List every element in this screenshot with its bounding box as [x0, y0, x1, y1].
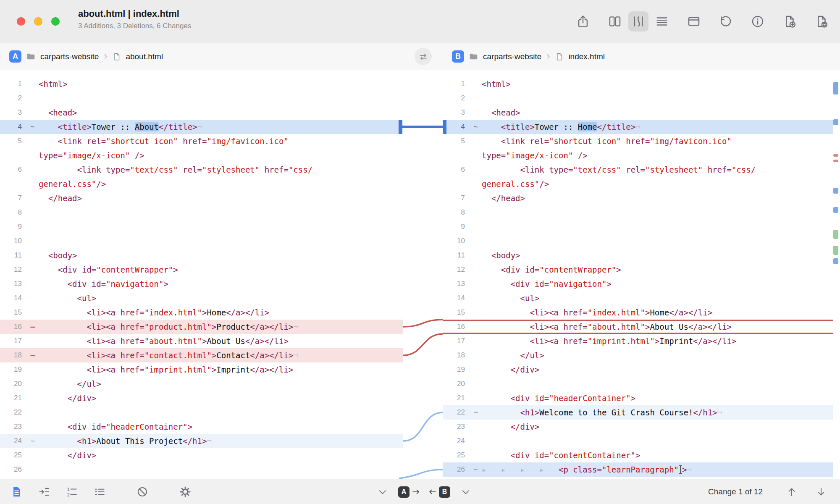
scrollbar-minimap[interactable] — [833, 70, 839, 479]
info-button[interactable] — [748, 11, 768, 32]
previous-change-button[interactable] — [782, 482, 801, 501]
fluid-view-button[interactable] — [628, 11, 648, 32]
code-line[interactable]: type="image/x-icon" /> — [443, 148, 833, 163]
code-line[interactable]: 18– <li><a href="contact.html">Contact</… — [0, 348, 403, 362]
code-line[interactable]: 9 — [0, 220, 403, 234]
code-line[interactable]: 19 <li><a href="imprint.html">Imprint</a… — [0, 362, 403, 377]
code-line[interactable]: 17 <li><a href="imprint.html">Imprint</a… — [443, 334, 833, 348]
code-line[interactable]: 10 — [0, 234, 403, 248]
settings-button[interactable] — [176, 482, 195, 501]
code-text: <div id="contentWrapper"> — [39, 262, 403, 277]
collapse-a-button[interactable] — [373, 482, 392, 501]
change-marker: ~ — [27, 434, 39, 448]
code-line[interactable]: 13 <div id="navigation"> — [443, 277, 833, 291]
code-line[interactable]: type="image/x-icon" /> — [0, 148, 403, 163]
code-line[interactable]: 12 <div id="contentWrapper"> — [443, 262, 833, 277]
code-line[interactable]: 26~▸ ▸ ▸ ▸ <p class="learnParagraph">¬ — [443, 462, 833, 477]
code-line[interactable]: 5 <link rel="shortcut icon" href="img/fa… — [443, 134, 833, 148]
blocks-view-button[interactable] — [605, 11, 625, 32]
code-line[interactable]: 14 <ul> — [443, 291, 833, 305]
code-line[interactable]: 22 — [0, 405, 403, 420]
code-line[interactable]: 18 </ul> — [443, 348, 833, 362]
code-line[interactable]: 4~ <title>Tower :: Home</title>¬ — [443, 120, 833, 134]
breadcrumb-folder-a[interactable]: carparts-website — [40, 52, 99, 61]
compact-list-button[interactable] — [90, 482, 109, 501]
line-number: 17 — [0, 334, 27, 348]
code-line[interactable]: 25 <div id="contentContainer"> — [443, 448, 833, 462]
code-line[interactable]: 7 </head> — [443, 191, 833, 205]
merge-b-to-a-button[interactable]: B — [427, 486, 450, 498]
code-line[interactable]: 12 <div id="contentWrapper"> — [0, 262, 403, 277]
panel-view-button[interactable] — [684, 11, 704, 32]
next-change-button[interactable] — [811, 482, 831, 501]
document-text-button[interactable] — [7, 482, 26, 501]
code-line[interactable]: 13 <div id="navigation"> — [0, 277, 403, 291]
document-add-button[interactable] — [780, 11, 800, 32]
minimize-button[interactable] — [34, 17, 42, 26]
change-marker — [470, 377, 482, 391]
code-line[interactable]: 25 </div> — [0, 448, 403, 462]
history-button[interactable] — [716, 11, 736, 32]
code-line[interactable]: 8 — [443, 205, 833, 220]
pane-b: 1<html>23 <head>4~ <title>Tower :: Home<… — [443, 70, 833, 479]
code-line[interactable]: 16– <li><a href="product.html">Product</… — [0, 320, 403, 334]
code-line[interactable]: 26 — [0, 462, 403, 477]
document-sync-button[interactable] — [811, 11, 832, 32]
close-button[interactable] — [17, 17, 25, 26]
merge-controls: A B — [373, 479, 475, 504]
breadcrumb-folder-b[interactable]: carparts-website — [483, 52, 541, 61]
breadcrumb-file-b[interactable]: index.html — [568, 52, 605, 61]
swap-files-button[interactable] — [415, 48, 432, 65]
code-line[interactable]: 7 </head> — [0, 191, 403, 205]
breadcrumb-file-a[interactable]: about.html — [126, 52, 163, 61]
code-text: <head> — [39, 105, 403, 120]
code-line[interactable]: 24 — [443, 434, 833, 448]
code-line[interactable]: 8 — [0, 205, 403, 220]
code-line[interactable]: 3 <head> — [443, 105, 833, 120]
code-line[interactable]: 1<html> — [0, 77, 403, 91]
code-line[interactable]: 21 </div> — [0, 391, 403, 405]
code-line[interactable]: general.css"/> — [0, 177, 403, 191]
code-line[interactable]: 24~ <h1>About This Project</h1>¬ — [0, 434, 403, 448]
code-line[interactable]: 6 <link type="text/css" rel="stylesheet"… — [0, 163, 403, 177]
chevron-down-icon — [460, 486, 471, 497]
code-line[interactable]: 21 <div id="headerContainer"> — [443, 391, 833, 405]
code-line[interactable]: 14 <ul> — [0, 291, 403, 305]
share-button[interactable] — [573, 11, 593, 32]
code-line[interactable]: 10 — [443, 234, 833, 248]
collapse-b-button[interactable] — [456, 482, 475, 501]
code-line[interactable]: 20 </ul> — [0, 377, 403, 391]
line-number — [443, 148, 470, 163]
unified-view-button[interactable] — [652, 11, 672, 32]
change-marker — [470, 362, 482, 377]
code-line[interactable]: 3 <head> — [0, 105, 403, 120]
code-line[interactable]: 23 </div> — [443, 420, 833, 434]
code-line[interactable]: 11 <body> — [443, 248, 833, 262]
ignore-changes-button[interactable] — [133, 482, 152, 501]
code-line[interactable]: 23 <div id="headerContainer"> — [0, 420, 403, 434]
code-line[interactable]: 17 <li><a href="about.html">About Us</a>… — [0, 334, 403, 348]
zoom-button[interactable] — [51, 17, 60, 26]
merge-a-to-b-button[interactable]: A — [398, 486, 421, 498]
code-line[interactable]: 15 <li><a href="index.html">Home</a></li… — [443, 305, 833, 320]
code-line[interactable]: 9 — [443, 220, 833, 234]
code-line[interactable]: 19 </div> — [443, 362, 833, 377]
code-line[interactable]: 4~ <title>Tower :: About</title>¬ — [0, 120, 403, 134]
code-line[interactable]: 1<html> — [443, 77, 833, 91]
code-line[interactable]: 16 <li><a href="about.html">About Us</a>… — [443, 320, 833, 334]
code-line[interactable]: 22~ <h1>Welcome to the Git Crash Course!… — [443, 405, 833, 420]
wrap-lines-button[interactable] — [34, 482, 54, 501]
code-line[interactable]: 5 <link rel="shortcut icon" href="img/fa… — [0, 134, 403, 148]
code-line[interactable]: 2 — [443, 91, 833, 105]
minimap-mark — [833, 188, 838, 194]
line-numbers-button[interactable]: 12 — [62, 482, 81, 501]
code-line[interactable]: general.css"/> — [443, 177, 833, 191]
line-number: 2 — [443, 91, 470, 105]
change-marker — [470, 234, 482, 248]
code-line[interactable]: 6 <link type="text/css" rel="stylesheet"… — [443, 163, 833, 177]
code-line[interactable]: 2 — [0, 91, 403, 105]
line-number: 13 — [0, 277, 27, 291]
code-line[interactable]: 20 — [443, 377, 833, 391]
code-line[interactable]: 11 <body> — [0, 248, 403, 262]
code-line[interactable]: 15 <li><a href="index.html">Home</a></li… — [0, 305, 403, 320]
